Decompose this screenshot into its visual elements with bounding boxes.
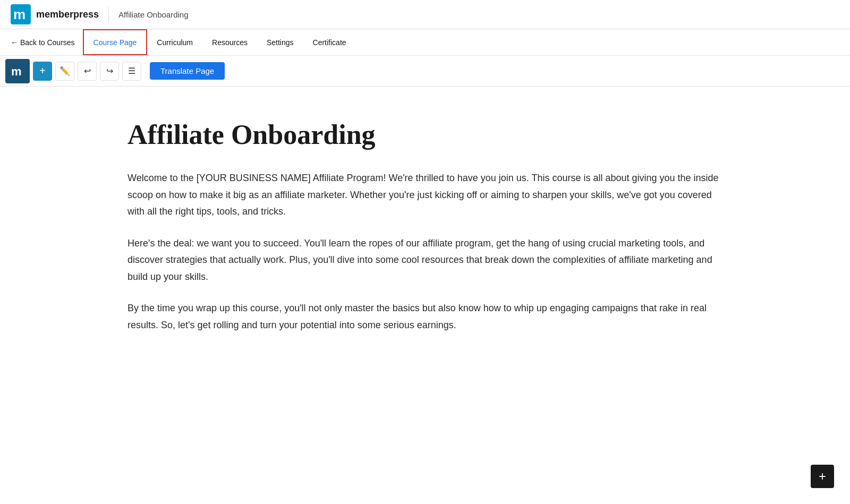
- tab-curriculum[interactable]: Curriculum: [147, 29, 202, 55]
- toolbar-logo-button[interactable]: m: [5, 59, 30, 83]
- back-to-courses-link[interactable]: ← Back to Courses: [5, 38, 80, 47]
- toolbar-bar: m + ✏️ ↩ ↪ ☰ Translate Page: [0, 56, 850, 87]
- header-bar: m memberpress Affiliate Onboarding: [0, 0, 850, 29]
- translate-page-button[interactable]: Translate Page: [150, 62, 225, 80]
- page-heading: Affiliate Onboarding: [128, 118, 722, 151]
- edit-icon: ✏️: [60, 66, 70, 76]
- edit-button[interactable]: ✏️: [55, 62, 74, 81]
- paragraph-1: Welcome to the [YOUR BUSINESS NAME] Affi…: [128, 170, 722, 220]
- list-icon: ☰: [128, 66, 135, 76]
- nav-tabs: Course Page Curriculum Resources Setting…: [83, 29, 356, 55]
- back-label: ← Back to Courses: [11, 38, 75, 47]
- list-view-button[interactable]: ☰: [122, 62, 141, 81]
- toolbar-m-icon: m: [10, 64, 25, 79]
- course-title-header: Affiliate Onboarding: [118, 10, 188, 19]
- paragraph-2: Here's the deal: we want you to succeed.…: [128, 235, 722, 286]
- logo-area: m memberpress: [11, 4, 99, 24]
- paragraph-3: By the time you wrap up this course, you…: [128, 300, 722, 334]
- undo-button[interactable]: ↩: [78, 62, 97, 81]
- redo-button[interactable]: ↪: [100, 62, 119, 81]
- page-content: Affiliate Onboarding Welcome to the [YOU…: [74, 87, 776, 380]
- undo-icon: ↩: [84, 66, 91, 76]
- header-divider: [108, 6, 109, 22]
- tab-certificate[interactable]: Certificate: [303, 29, 356, 55]
- svg-text:m: m: [13, 6, 26, 22]
- redo-icon: ↪: [106, 66, 113, 76]
- add-block-button[interactable]: +: [33, 62, 52, 81]
- tab-course-page[interactable]: Course Page: [83, 29, 148, 55]
- nav-bar: ← Back to Courses Course Page Curriculum…: [0, 29, 850, 56]
- memberpress-logo: m: [11, 4, 31, 24]
- tab-settings[interactable]: Settings: [257, 29, 303, 55]
- brand-name: memberpress: [36, 9, 99, 20]
- svg-text:m: m: [11, 65, 22, 78]
- tab-resources[interactable]: Resources: [202, 29, 257, 55]
